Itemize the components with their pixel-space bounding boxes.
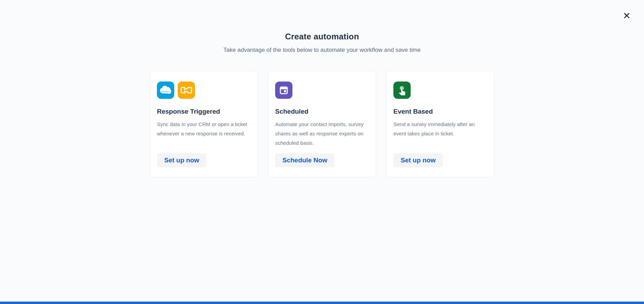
card-title: Event Based (393, 108, 433, 115)
card-icon-row (393, 82, 411, 99)
schedule-now-button[interactable]: Schedule Now (275, 153, 335, 167)
ticket-icon (178, 82, 195, 99)
bottom-accent-bar (0, 302, 644, 304)
card-icon-row: salesforce (157, 82, 195, 99)
card-description: Send a survey immediately after an event… (393, 120, 487, 138)
page-subtitle: Take advantage of the tools below to aut… (0, 47, 644, 54)
calendar-icon (275, 82, 292, 99)
card-icon-row (275, 82, 292, 99)
svg-text:salesforce: salesforce (161, 91, 170, 93)
automation-cards: salesforce Response Triggered Sync data … (0, 71, 644, 177)
set-up-now-button[interactable]: Set up now (157, 153, 206, 167)
modal-header: Create automation Take advantage of the … (0, 0, 644, 54)
touch-icon (393, 82, 411, 99)
card-title: Scheduled (275, 108, 308, 115)
salesforce-icon: salesforce (157, 82, 174, 99)
page-title: Create automation (0, 32, 644, 41)
card-event-based: Event Based Send a survey immediately af… (386, 71, 494, 177)
close-icon[interactable]: ✕ (620, 9, 634, 23)
card-scheduled: Scheduled Automate your contact imports,… (268, 71, 376, 177)
set-up-now-button[interactable]: Set up now (393, 153, 443, 167)
card-description: Automate your contact imports, survey sh… (275, 120, 369, 148)
card-title: Response Triggered (157, 108, 220, 115)
card-response-triggered: salesforce Response Triggered Sync data … (150, 71, 258, 177)
card-description: Sync data in your CRM or open a ticket w… (157, 120, 251, 138)
